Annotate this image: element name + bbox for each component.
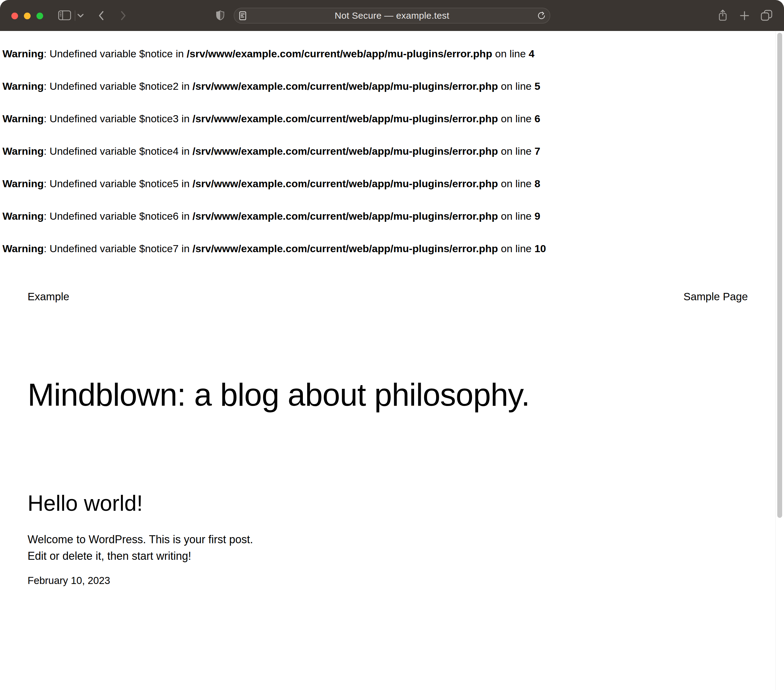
- warning-label: Warning: [2, 243, 44, 254]
- back-icon: [97, 11, 105, 20]
- warning-message: : Undefined variable $notice5 in: [44, 178, 193, 189]
- warning-message: : Undefined variable $notice in: [44, 48, 187, 59]
- post-excerpt-line1: Welcome to WordPress. This is your first…: [28, 531, 748, 548]
- sidebar-toggle-button[interactable]: [58, 10, 71, 20]
- safari-toolbar: Not Secure — example.test: [0, 0, 784, 31]
- site-header: Example Sample Page: [28, 289, 748, 304]
- warning-line-number: 7: [534, 145, 540, 157]
- site-title-link[interactable]: Example: [28, 289, 69, 304]
- share-icon: [718, 9, 727, 21]
- warning-line-number: 6: [534, 113, 540, 124]
- sidebar-menu-button[interactable]: [77, 13, 84, 18]
- warning-path: /srv/www/example.com/current/web/app/mu-…: [193, 210, 498, 222]
- warning-label: Warning: [2, 113, 44, 124]
- address-bar-text: Not Secure — example.test: [234, 8, 550, 23]
- warning-message: : Undefined variable $notice6 in: [44, 210, 193, 222]
- warning-label: Warning: [2, 145, 44, 157]
- warning-path: /srv/www/example.com/current/web/app/mu-…: [193, 145, 498, 157]
- vertical-scrollbar-track[interactable]: [776, 31, 784, 690]
- warning-line-number: 5: [534, 80, 540, 92]
- warning-tail: on line: [498, 178, 534, 189]
- vertical-scrollbar-thumb[interactable]: [777, 33, 782, 518]
- web-page-content: Warning: Undefined variable $notice in /…: [0, 31, 776, 690]
- post-date-link[interactable]: February 10, 2023: [28, 574, 748, 588]
- warning-path: /srv/www/example.com/current/web/app/mu-…: [193, 243, 498, 254]
- post-excerpt: Welcome to WordPress. This is your first…: [28, 531, 748, 565]
- warning-label: Warning: [2, 48, 44, 59]
- post-excerpt-line2: Edit or delete it, then start writing!: [28, 548, 748, 565]
- privacy-shield-icon: [216, 10, 225, 20]
- forward-button[interactable]: [119, 11, 127, 20]
- warning-label: Warning: [2, 80, 44, 92]
- warning-path: /srv/www/example.com/current/web/app/mu-…: [193, 80, 498, 92]
- warning-message: : Undefined variable $notice7 in: [44, 243, 193, 254]
- warning-tail: on line: [498, 210, 534, 222]
- warning-line-number: 8: [534, 178, 540, 189]
- share-button[interactable]: [718, 9, 727, 21]
- forward-icon: [119, 11, 127, 20]
- php-warning: Warning: Undefined variable $notice5 in …: [2, 177, 776, 190]
- nav-sample-page-link[interactable]: Sample Page: [684, 289, 748, 304]
- warning-line-number: 9: [534, 210, 540, 222]
- chevron-down-icon: [77, 13, 84, 18]
- new-tab-icon: [740, 11, 749, 20]
- new-tab-button[interactable]: [740, 11, 749, 20]
- warning-tail: on line: [498, 80, 534, 92]
- php-warning: Warning: Undefined variable $notice3 in …: [2, 112, 776, 125]
- minimize-window-button[interactable]: [24, 13, 31, 19]
- warning-path: /srv/www/example.com/current/web/app/mu-…: [187, 48, 492, 59]
- warning-label: Warning: [2, 210, 44, 222]
- tab-overview-button[interactable]: [761, 10, 772, 21]
- zoom-window-button[interactable]: [36, 13, 43, 19]
- reload-icon: [537, 12, 546, 20]
- php-warning: Warning: Undefined variable $notice7 in …: [2, 243, 776, 254]
- reload-button[interactable]: [537, 12, 546, 20]
- warning-tail: on line: [498, 145, 534, 157]
- warning-line-number: 10: [534, 243, 546, 254]
- browser-window: Not Secure — example.test: [0, 0, 784, 690]
- back-button[interactable]: [97, 11, 105, 20]
- php-warning: Warning: Undefined variable $notice2 in …: [2, 80, 776, 92]
- php-warning: Warning: Undefined variable $notice in /…: [2, 48, 776, 60]
- warning-message: : Undefined variable $notice3 in: [44, 113, 193, 124]
- close-window-button[interactable]: [12, 13, 18, 19]
- tab-overview-icon: [761, 10, 772, 21]
- privacy-report-button[interactable]: [216, 10, 225, 20]
- warning-tail: on line: [498, 243, 534, 254]
- toolbar-divider: [75, 10, 75, 21]
- address-bar[interactable]: Not Secure — example.test: [234, 8, 550, 23]
- warning-tail: on line: [498, 113, 534, 124]
- warning-message: : Undefined variable $notice2 in: [44, 80, 193, 92]
- php-warnings-block: Warning: Undefined variable $notice in /…: [2, 48, 776, 254]
- warning-label: Warning: [2, 178, 44, 189]
- warning-message: : Undefined variable $notice4 in: [44, 145, 193, 157]
- wordpress-site: Example Sample Page Mindblown: a blog ab…: [28, 289, 748, 588]
- warning-path: /srv/www/example.com/current/web/app/mu-…: [193, 113, 498, 124]
- warning-path: /srv/www/example.com/current/web/app/mu-…: [193, 178, 498, 189]
- warning-line-number: 4: [529, 48, 534, 59]
- sidebar-toggle-icon: [58, 10, 71, 20]
- screenshot: Not Secure — example.test: [0, 0, 784, 690]
- php-warning: Warning: Undefined variable $notice6 in …: [2, 210, 776, 222]
- site-tagline: Mindblown: a blog about philosophy.: [28, 376, 748, 414]
- post-title-link[interactable]: Hello world!: [28, 490, 748, 516]
- warning-tail: on line: [492, 48, 529, 59]
- php-warning: Warning: Undefined variable $notice4 in …: [2, 145, 776, 157]
